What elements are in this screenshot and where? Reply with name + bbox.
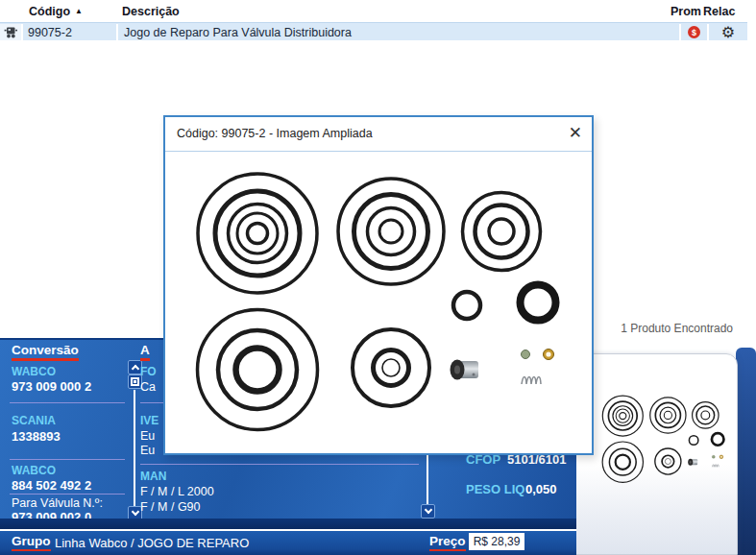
- footer-bar: Grupo Linha Wabco / JOGO DE REPARO Preço…: [0, 531, 576, 555]
- related-parts-icon[interactable]: ⚙: [721, 25, 735, 40]
- scroll-down-button[interactable]: [421, 504, 435, 519]
- grupo-label: Grupo: [12, 534, 51, 551]
- image-preview-dialog: Código: 99075-2 - Imagem Ampliada ✕: [163, 115, 594, 455]
- part-code: 973 009 000 2: [12, 379, 91, 394]
- product-thumbnail-image[interactable]: [596, 390, 736, 491]
- repair-kit-image: [178, 157, 591, 454]
- column-header-codigo[interactable]: Código▲: [29, 5, 83, 18]
- panel-backdrop: [736, 348, 756, 555]
- truck-icon: [4, 26, 18, 38]
- peso-liq-label: PESO LIQ: [466, 482, 524, 496]
- results-count: 1 Produto Encontrado: [621, 322, 733, 335]
- column-header-prom[interactable]: Prom: [671, 5, 701, 18]
- codigo-cell: 99075-2: [23, 24, 116, 40]
- aplicacao-title: A: [140, 343, 150, 361]
- brand-label: WABCO: [12, 464, 56, 477]
- valve-number-label: Para Válvula N.º:: [12, 496, 103, 510]
- panel-bottom-edge: [0, 519, 576, 529]
- app-window: Código▲ Descrição Prom Relac 99075-2 Jog…: [0, 0, 756, 555]
- dialog-titlebar[interactable]: Código: 99075-2 - Imagem Ampliada ✕: [165, 117, 592, 152]
- part-code: 973 009 002 0: [12, 510, 91, 519]
- model-label: F / M / L 2000: [140, 485, 214, 498]
- promotion-icon[interactable]: $: [688, 26, 700, 38]
- prom-cell: $: [681, 24, 707, 40]
- brand-label: WABCO: [12, 365, 56, 378]
- divider: [140, 464, 419, 465]
- column-header-descricao[interactable]: Descrição: [122, 5, 180, 18]
- descricao-cell: Jogo de Reparo Para Válvula Distribuidor…: [118, 24, 679, 40]
- relac-cell: ⚙: [709, 24, 747, 40]
- sort-asc-icon: ▲: [75, 7, 83, 15]
- scrollbar-track[interactable]: [134, 390, 135, 506]
- model-label: Ca: [140, 380, 156, 394]
- divider: [10, 494, 125, 495]
- part-code: 1338893: [12, 429, 61, 444]
- brand-label: SCANIA: [12, 414, 56, 427]
- price-value: R$ 28,39: [469, 533, 524, 550]
- brand-label: FO: [140, 365, 157, 378]
- part-code: 884 502 492 2: [12, 478, 91, 493]
- row-type-cell: [0, 24, 21, 40]
- peso-liq-value: 0,050: [525, 482, 557, 496]
- grupo-value: Linha Wabco / JOGO DE REPARO: [55, 536, 249, 550]
- preco-label: Preço: [429, 534, 466, 551]
- model-label: Eu: [140, 429, 155, 443]
- dialog-title: Código: 99075-2 - Imagem Ampliada: [177, 127, 373, 140]
- conversao-title: Conversão: [12, 343, 79, 361]
- divider: [10, 459, 125, 460]
- column-header-relac[interactable]: Relac: [703, 5, 735, 18]
- model-label: Eu: [140, 444, 155, 457]
- close-icon[interactable]: ✕: [569, 123, 582, 143]
- model-label: F / M / G90: [140, 500, 201, 514]
- brand-label: MAN: [140, 470, 166, 483]
- divider: [10, 402, 125, 403]
- table-row[interactable]: 99075-2 Jogo de Reparo Para Válvula Dist…: [0, 22, 747, 40]
- brand-label: IVE: [140, 414, 159, 427]
